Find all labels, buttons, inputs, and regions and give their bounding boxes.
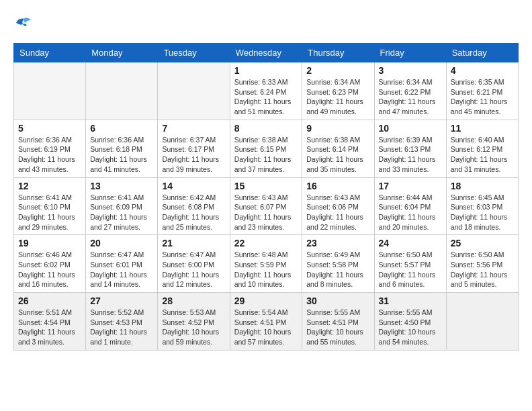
day-info: Sunrise: 6:44 AMSunset: 6:04 PMDaylight:… [379,193,442,232]
calendar-cell: 11Sunrise: 6:40 AMSunset: 6:12 PMDayligh… [446,120,518,177]
calendar-table: SundayMondayTuesdayWednesdayThursdayFrid… [13,43,519,351]
day-number: 3 [379,65,442,76]
calendar-cell: 8Sunrise: 6:38 AMSunset: 6:15 PMDaylight… [230,120,302,177]
day-number: 12 [18,181,81,191]
day-number: 14 [162,181,225,191]
day-number: 24 [379,238,442,248]
calendar-cell [86,62,158,120]
day-info: Sunrise: 5:51 AMSunset: 4:54 PMDaylight:… [18,308,81,347]
day-number: 1 [234,65,298,76]
day-info: Sunrise: 6:39 AMSunset: 6:13 PMDaylight:… [379,135,442,175]
calendar-week-2: 5Sunrise: 6:36 AMSunset: 6:19 PMDaylight… [14,120,519,177]
day-number: 27 [90,295,153,306]
day-info: Sunrise: 6:40 AMSunset: 6:12 PMDaylight:… [451,135,514,175]
calendar-cell: 15Sunrise: 6:43 AMSunset: 6:07 PMDayligh… [230,177,302,235]
day-number: 22 [234,238,298,248]
day-info: Sunrise: 6:36 AMSunset: 6:18 PMDaylight:… [90,135,153,175]
day-info: Sunrise: 6:41 AMSunset: 6:10 PMDaylight:… [18,193,81,232]
calendar-cell: 25Sunrise: 6:50 AMSunset: 5:56 PMDayligh… [446,235,518,293]
weekday-header-wednesday: Wednesday [230,44,302,62]
day-info: Sunrise: 6:41 AMSunset: 6:09 PMDaylight:… [90,193,153,232]
calendar-cell: 2Sunrise: 6:34 AMSunset: 6:23 PMDaylight… [302,62,374,120]
day-number: 10 [379,123,442,134]
calendar-cell: 10Sunrise: 6:39 AMSunset: 6:13 PMDayligh… [374,120,446,177]
day-number: 26 [18,295,81,306]
weekday-header-tuesday: Tuesday [158,44,230,62]
day-info: Sunrise: 6:34 AMSunset: 6:22 PMDaylight:… [379,77,442,117]
calendar-cell [446,293,518,351]
calendar-week-5: 26Sunrise: 5:51 AMSunset: 4:54 PMDayligh… [14,293,519,351]
day-number: 2 [306,65,369,76]
calendar-cell: 29Sunrise: 5:54 AMSunset: 4:51 PMDayligh… [230,293,302,351]
day-number: 17 [379,181,442,191]
day-number: 25 [451,238,514,248]
day-info: Sunrise: 5:52 AMSunset: 4:53 PMDaylight:… [90,308,153,347]
day-number: 8 [234,123,298,134]
day-info: Sunrise: 6:34 AMSunset: 6:23 PMDaylight:… [306,77,369,117]
calendar-cell: 28Sunrise: 5:53 AMSunset: 4:52 PMDayligh… [158,293,230,351]
weekday-header-saturday: Saturday [446,44,518,62]
day-number: 30 [306,295,369,306]
day-info: Sunrise: 6:36 AMSunset: 6:19 PMDaylight:… [18,135,81,175]
calendar-cell: 23Sunrise: 6:49 AMSunset: 5:58 PMDayligh… [302,235,374,293]
calendar-cell: 4Sunrise: 6:35 AMSunset: 6:21 PMDaylight… [446,62,518,120]
page-header [13,13,519,32]
day-info: Sunrise: 5:54 AMSunset: 4:51 PMDaylight:… [234,308,298,347]
calendar-cell: 17Sunrise: 6:44 AMSunset: 6:04 PMDayligh… [374,177,446,235]
calendar-cell: 13Sunrise: 6:41 AMSunset: 6:09 PMDayligh… [86,177,158,235]
day-number: 19 [18,238,81,248]
calendar-cell: 31Sunrise: 5:55 AMSunset: 4:50 PMDayligh… [374,293,446,351]
day-info: Sunrise: 6:48 AMSunset: 5:59 PMDaylight:… [234,250,298,289]
calendar-cell: 19Sunrise: 6:46 AMSunset: 6:02 PMDayligh… [14,235,86,293]
day-info: Sunrise: 6:47 AMSunset: 6:01 PMDaylight:… [90,250,153,289]
calendar-cell: 7Sunrise: 6:37 AMSunset: 6:17 PMDaylight… [158,120,230,177]
calendar-week-1: 1Sunrise: 6:33 AMSunset: 6:24 PMDaylight… [14,62,519,120]
day-number: 31 [379,295,442,306]
day-info: Sunrise: 6:50 AMSunset: 5:56 PMDaylight:… [451,250,514,289]
day-number: 28 [162,295,225,306]
calendar-cell [14,62,86,120]
day-number: 21 [162,238,225,248]
day-info: Sunrise: 6:42 AMSunset: 6:08 PMDaylight:… [162,193,225,232]
calendar-cell: 24Sunrise: 6:50 AMSunset: 5:57 PMDayligh… [374,235,446,293]
day-info: Sunrise: 6:37 AMSunset: 6:17 PMDaylight:… [162,135,225,175]
day-info: Sunrise: 6:38 AMSunset: 6:15 PMDaylight:… [234,135,298,175]
logo-bird-icon [13,13,34,32]
calendar-cell: 21Sunrise: 6:47 AMSunset: 6:00 PMDayligh… [158,235,230,293]
calendar-cell: 18Sunrise: 6:45 AMSunset: 6:03 PMDayligh… [446,177,518,235]
day-number: 23 [306,238,369,248]
day-number: 16 [306,181,369,191]
calendar-header-row: SundayMondayTuesdayWednesdayThursdayFrid… [14,44,519,62]
day-info: Sunrise: 6:50 AMSunset: 5:57 PMDaylight:… [379,250,442,289]
calendar-cell: 27Sunrise: 5:52 AMSunset: 4:53 PMDayligh… [86,293,158,351]
calendar-week-4: 19Sunrise: 6:46 AMSunset: 6:02 PMDayligh… [14,235,519,293]
calendar-cell: 14Sunrise: 6:42 AMSunset: 6:08 PMDayligh… [158,177,230,235]
calendar-cell: 30Sunrise: 5:55 AMSunset: 4:51 PMDayligh… [302,293,374,351]
day-info: Sunrise: 6:43 AMSunset: 6:06 PMDaylight:… [306,193,369,232]
weekday-header-sunday: Sunday [14,44,86,62]
day-info: Sunrise: 6:47 AMSunset: 6:00 PMDaylight:… [162,250,225,289]
calendar-cell: 16Sunrise: 6:43 AMSunset: 6:06 PMDayligh… [302,177,374,235]
calendar-cell: 3Sunrise: 6:34 AMSunset: 6:22 PMDaylight… [374,62,446,120]
day-info: Sunrise: 6:49 AMSunset: 5:58 PMDaylight:… [306,250,369,289]
day-number: 18 [451,181,514,191]
day-number: 4 [451,65,514,76]
day-info: Sunrise: 5:55 AMSunset: 4:50 PMDaylight:… [379,308,442,347]
day-info: Sunrise: 6:35 AMSunset: 6:21 PMDaylight:… [451,77,514,117]
day-info: Sunrise: 6:43 AMSunset: 6:07 PMDaylight:… [234,193,298,232]
weekday-header-friday: Friday [374,44,446,62]
day-number: 13 [90,181,153,191]
day-info: Sunrise: 6:33 AMSunset: 6:24 PMDaylight:… [234,77,298,117]
calendar-cell: 22Sunrise: 6:48 AMSunset: 5:59 PMDayligh… [230,235,302,293]
day-info: Sunrise: 5:55 AMSunset: 4:51 PMDaylight:… [306,308,369,347]
calendar-cell: 1Sunrise: 6:33 AMSunset: 6:24 PMDaylight… [230,62,302,120]
weekday-header-monday: Monday [86,44,158,62]
calendar-cell: 26Sunrise: 5:51 AMSunset: 4:54 PMDayligh… [14,293,86,351]
calendar-cell [158,62,230,120]
calendar-cell: 6Sunrise: 6:36 AMSunset: 6:18 PMDaylight… [86,120,158,177]
day-number: 9 [306,123,369,134]
weekday-header-thursday: Thursday [302,44,374,62]
day-number: 15 [234,181,298,191]
day-number: 11 [451,123,514,134]
calendar-cell: 5Sunrise: 6:36 AMSunset: 6:19 PMDaylight… [14,120,86,177]
